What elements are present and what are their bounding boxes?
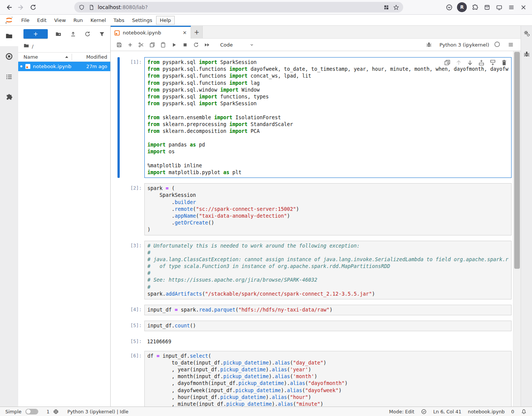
activity-bar	[0, 26, 18, 407]
pocket-icon[interactable]	[443, 2, 455, 12]
duplicate-cell-icon[interactable]	[444, 59, 451, 66]
simple-mode-toggle[interactable]	[25, 409, 38, 414]
code-line: # of type scala.Function3 in instance of…	[147, 263, 509, 270]
cell-output: [5]:12106669	[117, 337, 512, 345]
app-menu-icon[interactable]	[505, 2, 517, 12]
folder-icon	[23, 43, 29, 50]
unsaved-dot: ●	[20, 65, 23, 68]
library-icon[interactable]	[481, 2, 493, 12]
menu-tabs[interactable]: Tabs	[110, 16, 128, 25]
tab-bar: notebook.ipynb ✕ +	[111, 26, 521, 39]
scrollbar-thumb[interactable]	[514, 52, 520, 269]
kernel-area: Python 3 (ipykernel)	[424, 40, 516, 50]
restart-icon[interactable]	[191, 40, 202, 50]
new-tab-button[interactable]: +	[191, 26, 203, 38]
move-up-icon[interactable]	[455, 59, 462, 66]
cut-icon[interactable]	[136, 40, 147, 50]
code-line: .appName("taxi-data-anomaly-detection")	[147, 213, 509, 220]
delete-cell-icon[interactable]	[501, 59, 507, 66]
code-line: , dayofweek(input_df.pickup_datetime).al…	[147, 387, 509, 394]
copy-icon[interactable]	[147, 40, 158, 50]
cell-editor[interactable]: input_df.count()	[144, 321, 512, 331]
insert-below-icon[interactable]	[490, 59, 496, 66]
toc-icon[interactable]	[0, 67, 18, 87]
close-window-icon[interactable]	[518, 2, 529, 12]
code-line: input_df.count()	[147, 323, 509, 329]
cell-editor[interactable]: # Unfortunately this is needed to work a…	[144, 241, 512, 300]
breadcrumb-root[interactable]: /	[32, 44, 33, 49]
cursor-position[interactable]: Ln 6, Col 41	[433, 409, 462, 414]
url-text: localhost:8080/lab?	[98, 4, 148, 10]
file-browser-toolbar: +	[18, 26, 110, 41]
page-info-icon[interactable]	[88, 4, 95, 11]
file-browser-tab-icon[interactable]	[0, 26, 18, 46]
scrollbar[interactable]	[513, 51, 521, 407]
account-avatar[interactable]: R	[457, 2, 467, 12]
file-row[interactable]: ●notebook.ipynb27m ago	[18, 62, 110, 71]
bookmark-star-icon[interactable]	[393, 4, 399, 11]
notification-count[interactable]: 0	[511, 409, 514, 414]
jupyter-logo	[5, 16, 14, 25]
cell-type-select[interactable]: Code	[220, 42, 254, 48]
menu-edit[interactable]: Edit	[33, 16, 50, 25]
toolbar-menu-icon[interactable]	[505, 40, 516, 50]
menu-file[interactable]: File	[17, 16, 33, 25]
bell-icon[interactable]	[521, 408, 527, 414]
menu-run[interactable]: Run	[70, 16, 87, 25]
paste-icon[interactable]	[158, 40, 169, 50]
upload-icon[interactable]	[69, 30, 77, 38]
notebook-toolbar: Code Python 3 (ipykernel)	[111, 39, 521, 51]
kernel-count[interactable]: 1	[47, 409, 50, 414]
chip-icon	[53, 408, 59, 414]
filter-icon[interactable]	[98, 30, 106, 38]
add-cell-icon[interactable]	[125, 40, 136, 50]
forward-icon[interactable]	[15, 2, 27, 12]
new-launcher-button[interactable]: +	[23, 29, 48, 39]
code-line: #	[147, 249, 509, 256]
cell-editor[interactable]: from pyspark.sql import SparkSessionfrom…	[144, 57, 512, 178]
menu-help[interactable]: Help	[156, 16, 175, 25]
extensions-puzzle-icon[interactable]	[469, 2, 480, 12]
save-icon[interactable]	[114, 40, 125, 50]
column-modified[interactable]: Modified	[75, 54, 107, 60]
breadcrumb[interactable]: /	[18, 41, 110, 52]
sort-asc-icon	[65, 56, 68, 58]
cell-editor[interactable]: spark = ( SparkSession .builder .remote(…	[144, 183, 512, 235]
output-area[interactable]: 12106669	[144, 337, 512, 345]
code-line: # See: https://issues.apache.org/jira/br…	[147, 277, 509, 284]
extension-manager-icon[interactable]	[0, 87, 18, 108]
kernel-status-icon[interactable]	[494, 41, 500, 48]
property-inspector-gears-icon[interactable]	[523, 30, 530, 37]
run-icon[interactable]	[169, 40, 180, 50]
cell-editor[interactable]: input_df = spark.read.parquet("hdfs://hd…	[144, 305, 512, 315]
back-icon[interactable]	[3, 2, 14, 12]
kernel-name[interactable]: Python 3 (ipykernel)	[440, 42, 489, 48]
notebook-file-icon	[25, 64, 31, 69]
move-down-icon[interactable]	[467, 59, 473, 66]
code-line: spark = (	[147, 185, 509, 192]
code-line: .builder	[147, 199, 509, 206]
stop-icon[interactable]	[180, 40, 191, 50]
menu-settings[interactable]: Settings	[128, 16, 156, 25]
menu-kernel[interactable]: Kernel	[87, 16, 110, 25]
code-line: %matplotlib inline	[147, 162, 509, 169]
grid-icon[interactable]	[383, 4, 390, 11]
new-folder-icon[interactable]	[55, 30, 62, 38]
run-all-icon[interactable]	[202, 40, 213, 50]
reload-icon[interactable]	[27, 2, 39, 12]
debugger-sidebar-bug-icon[interactable]	[523, 51, 530, 58]
menu-view[interactable]: View	[50, 16, 70, 25]
url-bar[interactable]: localhost:8080/lab?	[74, 2, 403, 12]
cell-editor[interactable]: df = input_df.select( to_date(input_df.p…	[144, 351, 512, 407]
trusted-icon	[421, 408, 427, 414]
kernel-status-text[interactable]: Python 3 (ipykernel) | Idle	[67, 409, 128, 414]
code-line: , dayofmonth(input_df.pickup_datetime).a…	[147, 380, 509, 387]
column-name[interactable]: Name	[23, 54, 38, 60]
running-kernels-icon[interactable]	[0, 46, 18, 67]
tab-notebook[interactable]: notebook.ipynb ✕	[111, 26, 191, 39]
sidebar-icon[interactable]	[493, 2, 505, 12]
refresh-icon[interactable]	[84, 30, 91, 38]
debugger-bug-icon[interactable]	[424, 40, 435, 50]
tab-close-icon[interactable]: ✕	[183, 30, 187, 36]
insert-above-icon[interactable]	[478, 59, 485, 66]
